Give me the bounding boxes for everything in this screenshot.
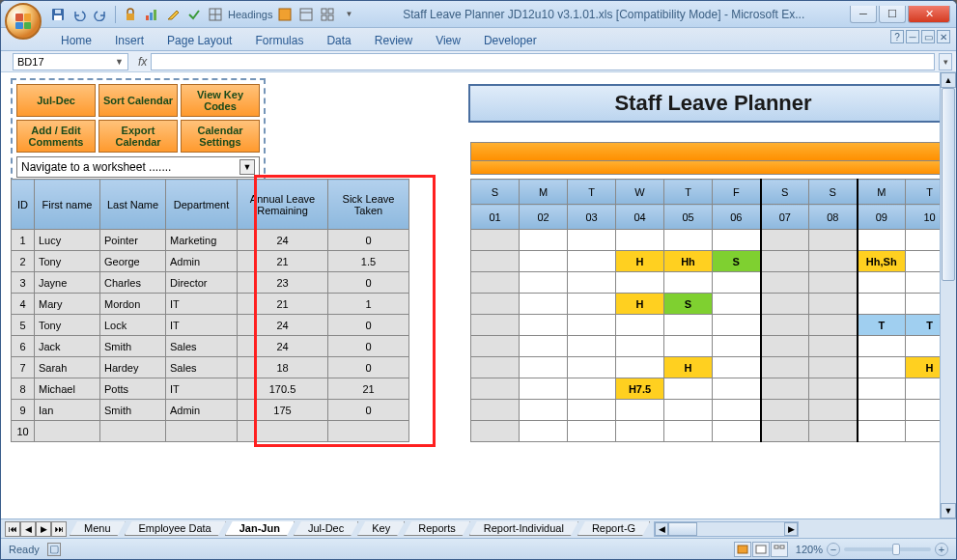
- table-row[interactable]: 4 Mary Mordon IT 21 1: [12, 294, 409, 315]
- cell-last[interactable]: Lock: [100, 315, 166, 336]
- cal-date-header[interactable]: 07: [761, 205, 809, 230]
- minimize-button[interactable]: ─: [850, 6, 877, 23]
- cell-id[interactable]: 10: [12, 421, 35, 442]
- cal-cell[interactable]: [471, 230, 520, 251]
- tab-formulas[interactable]: Formulas: [243, 31, 315, 50]
- cal-cell[interactable]: [520, 272, 568, 294]
- cal-cell[interactable]: [809, 272, 858, 294]
- cal-cell[interactable]: [520, 357, 568, 378]
- tab-insert[interactable]: Insert: [103, 31, 155, 50]
- view-layout-icon[interactable]: [297, 6, 315, 23]
- cal-cell[interactable]: [568, 357, 616, 378]
- cal-cell[interactable]: [713, 294, 761, 315]
- cal-cell[interactable]: [761, 272, 809, 294]
- cal-date-header[interactable]: 06: [713, 205, 761, 230]
- cal-cell[interactable]: H7.5: [616, 378, 664, 400]
- cell-id[interactable]: 4: [12, 294, 35, 315]
- cell-dept[interactable]: Director: [166, 272, 238, 294]
- zoom-in-icon[interactable]: +: [935, 543, 948, 556]
- cal-cell[interactable]: [664, 272, 713, 294]
- zoom-level[interactable]: 120%: [796, 544, 823, 555]
- tab-nav-prev-icon[interactable]: ◀: [20, 521, 36, 537]
- cell-first[interactable]: Tony: [35, 315, 100, 336]
- cell-first[interactable]: Michael: [35, 378, 100, 400]
- cell-last[interactable]: Potts: [100, 378, 166, 400]
- tab-nav-next-icon[interactable]: ▶: [36, 521, 51, 537]
- table-row[interactable]: 9 Ian Smith Admin 175 0: [12, 400, 409, 421]
- cell-id[interactable]: 3: [12, 272, 35, 294]
- lock-icon[interactable]: [122, 6, 139, 23]
- tab-nav-first-icon[interactable]: ⏮: [5, 521, 20, 537]
- pencil-icon[interactable]: [164, 6, 182, 23]
- formula-input[interactable]: [151, 53, 935, 70]
- cal-cell[interactable]: [713, 357, 761, 378]
- cal-cell[interactable]: [761, 251, 809, 272]
- cal-cell[interactable]: [858, 400, 906, 421]
- cal-cell[interactable]: [568, 272, 616, 294]
- sheet-tab-employee-data[interactable]: Employee Data: [125, 521, 226, 536]
- check-icon[interactable]: [185, 6, 203, 23]
- cal-cell[interactable]: [713, 336, 761, 357]
- cell-annual[interactable]: [238, 421, 328, 442]
- cal-cell[interactable]: [568, 251, 616, 272]
- cal-cell[interactable]: [713, 421, 761, 442]
- cal-day-header[interactable]: T: [568, 180, 616, 205]
- cal-date-header[interactable]: 04: [616, 205, 664, 230]
- cal-cell[interactable]: [471, 294, 520, 315]
- horizontal-scrollbar[interactable]: ◀ ▶: [654, 521, 799, 537]
- sheet-tab-menu[interactable]: Menu: [70, 521, 126, 536]
- cal-cell[interactable]: [858, 230, 906, 251]
- cell-last[interactable]: Hardey: [100, 357, 166, 378]
- cal-cell[interactable]: [520, 230, 568, 251]
- cal-cell[interactable]: [471, 421, 520, 442]
- cell-annual[interactable]: 24: [238, 315, 328, 336]
- ribbon-help-icon[interactable]: ?: [890, 30, 904, 43]
- cell-sick[interactable]: 1: [328, 294, 409, 315]
- col-sick-leave[interactable]: Sick Leave Taken: [328, 180, 409, 230]
- cal-cell[interactable]: H: [664, 357, 713, 378]
- office-button[interactable]: [5, 3, 42, 40]
- cell-first[interactable]: Sarah: [35, 357, 100, 378]
- maximize-button[interactable]: ☐: [879, 6, 906, 23]
- cal-cell[interactable]: H: [616, 251, 664, 272]
- cell-sick[interactable]: 21: [328, 378, 409, 400]
- cal-cell[interactable]: [520, 336, 568, 357]
- cal-cell[interactable]: H: [616, 294, 664, 315]
- tab-review[interactable]: Review: [363, 31, 424, 50]
- view-layout-status-icon[interactable]: [752, 542, 770, 557]
- view-break-icon[interactable]: [319, 6, 336, 23]
- ribbon-close-icon[interactable]: ✕: [937, 30, 950, 43]
- cell-dept[interactable]: [166, 421, 238, 442]
- cal-cell[interactable]: [858, 336, 906, 357]
- cal-day-header[interactable]: S: [761, 180, 809, 205]
- cal-cell[interactable]: [520, 294, 568, 315]
- cal-cell[interactable]: [616, 272, 664, 294]
- view-normal-icon[interactable]: [276, 6, 294, 23]
- cal-cell[interactable]: [471, 251, 520, 272]
- cell-dept[interactable]: Sales: [166, 336, 238, 357]
- cal-cell[interactable]: [471, 378, 520, 400]
- cell-last[interactable]: Smith: [100, 336, 166, 357]
- cell-first[interactable]: Tony: [35, 251, 100, 272]
- table-row[interactable]: 3 Jayne Charles Director 23 0: [12, 272, 409, 294]
- sheet-tab-jan-jun[interactable]: Jan-Jun: [225, 521, 295, 536]
- cell-dept[interactable]: IT: [166, 294, 238, 315]
- view-break-status-icon[interactable]: [771, 542, 788, 557]
- col-first-name[interactable]: First name: [35, 180, 100, 230]
- cal-day-header[interactable]: T: [664, 180, 713, 205]
- tab-view[interactable]: View: [424, 31, 472, 50]
- cal-cell[interactable]: [809, 378, 858, 400]
- table-row[interactable]: 1 Lucy Pointer Marketing 24 0: [12, 230, 409, 251]
- cal-cell[interactable]: [713, 315, 761, 336]
- cal-cell[interactable]: [809, 400, 858, 421]
- cal-cell[interactable]: [713, 272, 761, 294]
- export-calendar-button[interactable]: Export Calendar: [99, 120, 178, 153]
- cell-last[interactable]: Smith: [100, 400, 166, 421]
- grid-icon[interactable]: [207, 6, 224, 23]
- scroll-up-icon[interactable]: ▲: [941, 72, 956, 88]
- cell-last[interactable]: [100, 421, 166, 442]
- col-annual-leave[interactable]: Annual Leave Remaining: [238, 180, 328, 230]
- undo-icon[interactable]: [70, 6, 88, 23]
- namebox-dropdown-icon[interactable]: ▼: [115, 57, 124, 67]
- cal-cell[interactable]: [664, 336, 713, 357]
